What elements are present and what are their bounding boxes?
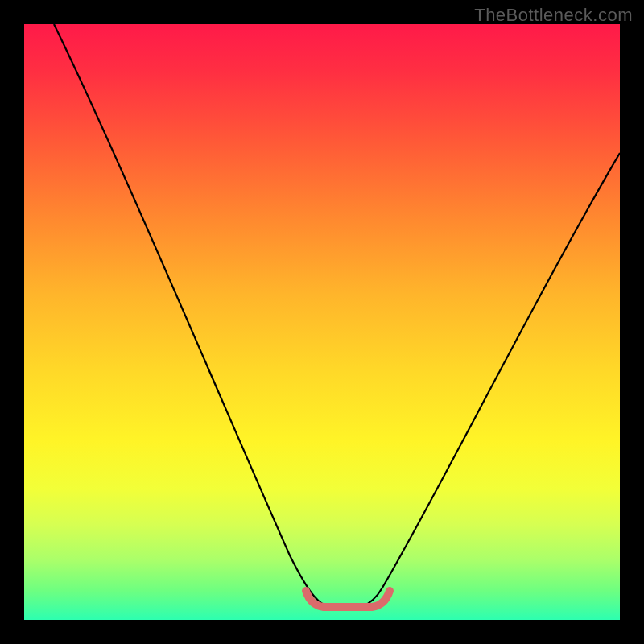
optimal-zone-marker <box>306 591 390 607</box>
watermark-text: TheBottleneck.com <box>474 5 633 26</box>
chart-frame: TheBottleneck.com <box>0 0 644 644</box>
bottleneck-curve-main <box>54 24 620 609</box>
curve-layer <box>24 24 620 620</box>
plot-area <box>24 24 620 620</box>
